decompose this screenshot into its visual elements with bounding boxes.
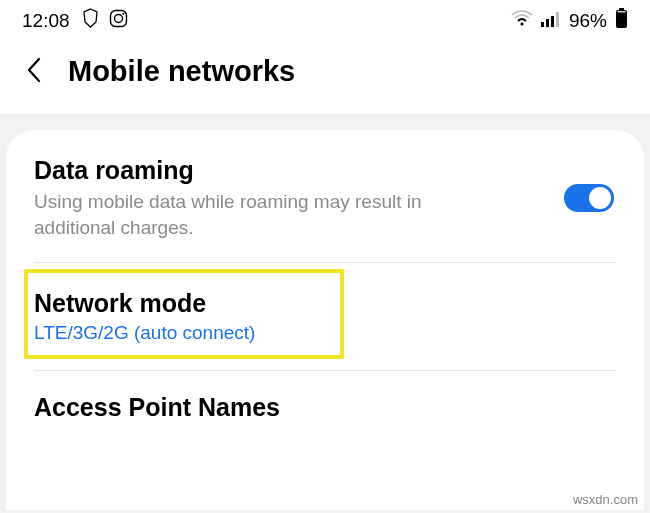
svg-rect-8 [619,8,624,10]
brave-icon [82,8,99,33]
toggle-knob [589,187,611,209]
row-apn[interactable]: Access Point Names [6,371,644,448]
status-right: 96% [511,8,628,33]
content-gap [0,114,650,130]
apn-title: Access Point Names [34,393,616,422]
row-network-mode[interactable]: Network mode LTE/3G/2G (auto connect) [6,263,644,370]
back-button[interactable] [26,57,42,87]
status-bar: 12:08 96% [0,0,650,37]
signal-icon [541,10,561,32]
roaming-title: Data roaming [34,156,616,185]
svg-rect-9 [616,10,627,28]
svg-rect-10 [618,11,626,12]
settings-card: Data roaming Using mobile data while roa… [6,130,644,510]
network-mode-title: Network mode [34,289,616,318]
roaming-toggle[interactable] [564,184,614,212]
status-notif-icons [82,8,128,33]
battery-percent: 96% [569,10,607,32]
clock: 12:08 [22,10,70,32]
roaming-sub: Using mobile data while roaming may resu… [34,189,474,240]
svg-point-2 [122,12,124,14]
svg-rect-7 [556,12,559,27]
svg-point-1 [114,14,122,22]
svg-rect-0 [110,10,126,26]
header: Mobile networks [0,37,650,114]
svg-rect-4 [541,22,544,27]
svg-point-3 [520,22,523,25]
watermark: wsxdn.com [573,492,638,507]
page-title: Mobile networks [68,55,295,88]
svg-rect-6 [551,16,554,27]
wifi-icon [511,10,533,32]
status-left: 12:08 [22,8,128,33]
network-mode-value: LTE/3G/2G (auto connect) [34,322,616,344]
row-data-roaming[interactable]: Data roaming Using mobile data while roa… [6,134,644,262]
instagram-icon [109,9,128,33]
battery-icon [615,8,628,33]
svg-rect-5 [546,19,549,27]
